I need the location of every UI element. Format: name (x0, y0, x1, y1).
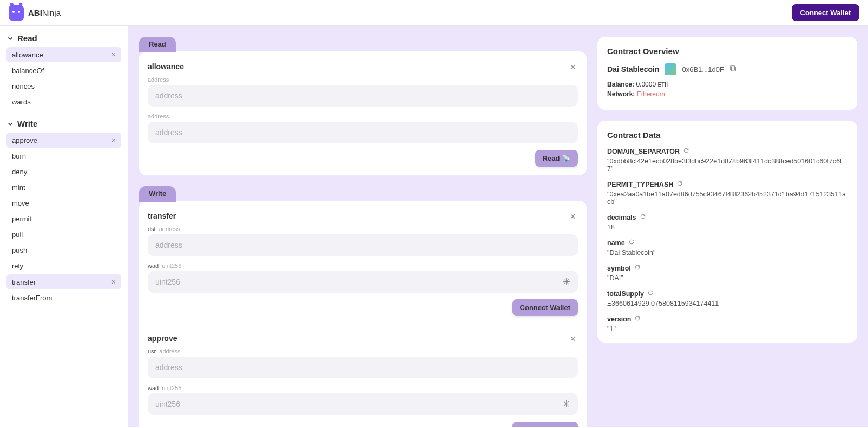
param-input[interactable] (148, 122, 578, 143)
close-icon[interactable]: × (111, 136, 116, 144)
sidebar-write-label: Write (17, 119, 37, 128)
sidebar-item-transfer[interactable]: transfer× (6, 274, 121, 289)
contract-address[interactable]: 0x6B1...1d0F (682, 65, 724, 74)
sidebar-read-header[interactable]: Read (6, 34, 121, 43)
star-icon[interactable]: ✳ (562, 276, 570, 288)
center-column: Read allowance×addressaddressRead 📡 Writ… (139, 37, 587, 416)
sidebar-read-label: Read (17, 34, 37, 43)
sidebar-item-label: approve (12, 136, 37, 144)
sidebar-item-label: burn (12, 152, 26, 160)
contract-data-item: decimals18 (607, 213, 847, 231)
sidebar: Read allowance×balanceOfnonceswards Writ… (0, 26, 128, 427)
contract-name: Dai Stablecoin (607, 65, 659, 74)
sidebar-item-label: transfer (12, 278, 36, 286)
close-icon[interactable]: × (111, 278, 116, 286)
sidebar-item-label: permit (12, 215, 31, 223)
connect-wallet-button[interactable]: Connect Wallet (512, 422, 578, 427)
sidebar-item-label: transferFrom (12, 294, 52, 302)
sidebar-item-mint[interactable]: mint (6, 180, 121, 195)
contract-data-key: symbol (607, 265, 631, 272)
close-icon[interactable]: × (570, 334, 576, 344)
close-icon[interactable]: × (570, 62, 576, 72)
param-label: dstaddress (148, 226, 578, 232)
connect-wallet-button[interactable]: Connect Wallet (792, 4, 859, 21)
contract-data-value: "0xea2aa0a1be11a07ed86d755c93467f4f82362… (607, 190, 847, 206)
contract-data-item: totalSupplyΞ3660614929.07580811593417441… (607, 289, 847, 307)
refresh-icon[interactable] (676, 180, 683, 188)
sidebar-write-header[interactable]: Write (6, 119, 121, 128)
refresh-icon[interactable] (634, 264, 641, 272)
refresh-icon[interactable] (683, 147, 689, 155)
sidebar-item-pull[interactable]: pull (6, 227, 121, 242)
contract-data-key: totalSupply (607, 290, 644, 298)
sidebar-item-burn[interactable]: burn (6, 149, 121, 163)
refresh-icon[interactable] (628, 239, 635, 247)
param-input[interactable] (148, 234, 578, 256)
balance-row: Balance: 0.0000 ETH (607, 81, 847, 88)
contract-data-item: version"1" (607, 315, 847, 333)
refresh-icon[interactable] (634, 315, 641, 323)
right-column: Contract Overview Dai Stablecoin 0x6B1..… (597, 37, 857, 416)
connect-wallet-button[interactable]: Connect Wallet (512, 299, 578, 316)
contract-overview-panel: Contract Overview Dai Stablecoin 0x6B1..… (597, 37, 857, 110)
sidebar-item-label: rely (12, 262, 23, 270)
sidebar-item-label: pull (12, 231, 23, 239)
refresh-icon[interactable] (647, 289, 654, 298)
topbar: ABINinja Connect Wallet (0, 0, 868, 26)
read-button[interactable]: Read 📡 (535, 150, 578, 167)
param-label: waduint256 (148, 262, 578, 269)
contract-data-item: name"Dai Stablecoin" (607, 239, 847, 256)
param-input[interactable] (148, 271, 578, 293)
contract-data-item: symbol"DAI" (607, 264, 847, 282)
contract-data-key: DOMAIN_SEPARATOR (607, 148, 680, 155)
sidebar-item-label: deny (12, 168, 27, 176)
sidebar-item-permit[interactable]: permit (6, 212, 121, 226)
close-icon[interactable]: × (111, 50, 116, 59)
contract-data-item: DOMAIN_SEPARATOR"0xdbb8cf42e1ecb028be3f3… (607, 147, 847, 173)
param-label: usraddress (148, 348, 578, 354)
sidebar-item-balanceOf[interactable]: balanceOf (6, 63, 121, 78)
function-block-approve: approve×usraddresswaduint256✳Connect Wal… (148, 332, 578, 427)
sidebar-item-label: mint (12, 183, 25, 192)
function-block-transfer: transfer×dstaddresswaduint256✳Connect Wa… (148, 209, 578, 327)
sidebar-item-wards[interactable]: wards (6, 95, 121, 109)
param-input[interactable] (148, 393, 578, 415)
star-icon[interactable]: ✳ (562, 398, 570, 410)
contract-data-value: Ξ3660614929.075808115934174411 (607, 300, 847, 307)
sidebar-item-transferFrom[interactable]: transferFrom (6, 291, 121, 305)
contract-data-value: "1" (607, 325, 847, 333)
sidebar-item-approve[interactable]: approve× (6, 133, 121, 148)
param-input[interactable] (148, 85, 578, 107)
contract-data-key: name (607, 239, 625, 247)
read-method-list: allowance×balanceOfnonceswards (6, 47, 121, 109)
param-label: waduint256 (148, 385, 578, 391)
chevron-down-icon (6, 120, 14, 128)
sidebar-item-nonces[interactable]: nonces (6, 79, 121, 94)
sidebar-item-label: move (12, 199, 29, 207)
write-tab: Write (139, 186, 176, 202)
close-icon[interactable]: × (570, 212, 576, 221)
sidebar-item-move[interactable]: move (6, 196, 121, 210)
contract-data-item: PERMIT_TYPEHASH"0xea2aa0a1be11a07ed86d75… (607, 180, 847, 206)
contract-data-key: version (607, 315, 631, 323)
copy-icon[interactable] (729, 65, 737, 74)
sidebar-item-label: push (12, 246, 27, 254)
contract-avatar-icon (665, 63, 676, 75)
contract-data-value: 18 (607, 223, 847, 231)
sidebar-item-push[interactable]: push (6, 243, 121, 258)
contract-data-title: Contract Data (607, 130, 847, 140)
brand[interactable]: ABINinja (9, 5, 61, 21)
network-link[interactable]: Ethereum (637, 90, 665, 98)
contract-data-key: PERMIT_TYPEHASH (607, 181, 673, 188)
contract-data-value: "DAI" (607, 274, 847, 282)
sidebar-item-deny[interactable]: deny (6, 164, 121, 179)
sidebar-item-allowance[interactable]: allowance× (6, 47, 121, 62)
sidebar-item-label: nonces (12, 82, 35, 90)
param-label: address (148, 76, 578, 83)
chevron-down-icon (6, 35, 14, 42)
sidebar-item-rely[interactable]: rely (6, 259, 121, 273)
brand-text: ABINinja (28, 8, 61, 17)
param-input[interactable] (148, 357, 578, 378)
contract-data-value: "Dai Stablecoin" (607, 249, 847, 256)
refresh-icon[interactable] (640, 213, 646, 221)
